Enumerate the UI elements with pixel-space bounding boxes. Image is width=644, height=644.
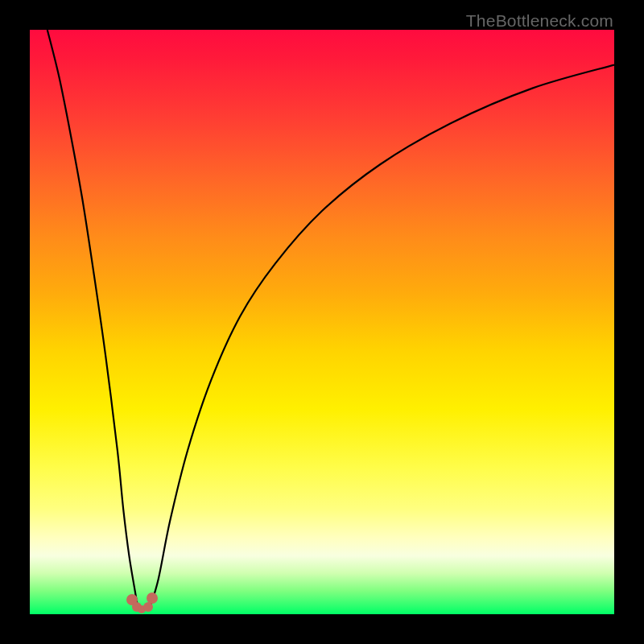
- watermark-text: TheBottleneck.com: [466, 11, 613, 31]
- optimal-points: [30, 30, 614, 614]
- data-point: [147, 592, 158, 604]
